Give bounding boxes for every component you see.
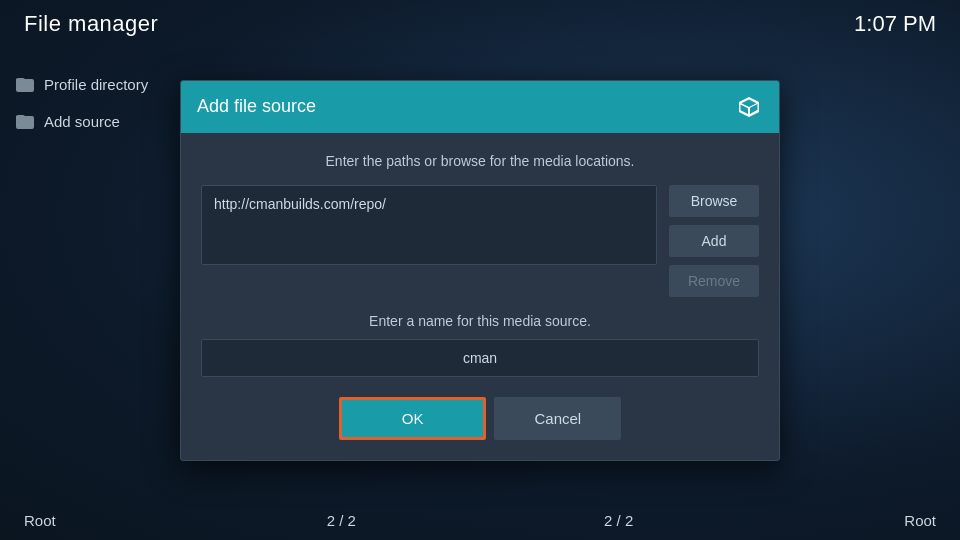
cancel-button[interactable]: Cancel bbox=[494, 397, 621, 440]
kodi-logo-icon bbox=[735, 93, 763, 121]
name-value: cman bbox=[463, 350, 497, 366]
source-row: http://cmanbuilds.com/repo/ Browse Add R… bbox=[201, 185, 759, 297]
dialog-title: Add file source bbox=[197, 96, 316, 117]
add-button[interactable]: Add bbox=[669, 225, 759, 257]
source-url-value: http://cmanbuilds.com/repo/ bbox=[214, 196, 386, 212]
source-url-input[interactable]: http://cmanbuilds.com/repo/ bbox=[201, 185, 657, 265]
remove-button[interactable]: Remove bbox=[669, 265, 759, 297]
dialog-footer: OK Cancel bbox=[201, 397, 759, 444]
dialog-header: Add file source bbox=[181, 81, 779, 133]
name-label: Enter a name for this media source. bbox=[201, 313, 759, 329]
source-input-area: http://cmanbuilds.com/repo/ bbox=[201, 185, 657, 265]
modal-backdrop: Add file source Enter the paths or brows… bbox=[0, 0, 960, 540]
name-input[interactable]: cman bbox=[201, 339, 759, 377]
ok-button[interactable]: OK bbox=[339, 397, 487, 440]
source-buttons: Browse Add Remove bbox=[669, 185, 759, 297]
dialog-body: Enter the paths or browse for the media … bbox=[181, 133, 779, 460]
add-file-source-dialog: Add file source Enter the paths or brows… bbox=[180, 80, 780, 461]
dialog-subtitle: Enter the paths or browse for the media … bbox=[201, 153, 759, 169]
browse-button[interactable]: Browse bbox=[669, 185, 759, 217]
